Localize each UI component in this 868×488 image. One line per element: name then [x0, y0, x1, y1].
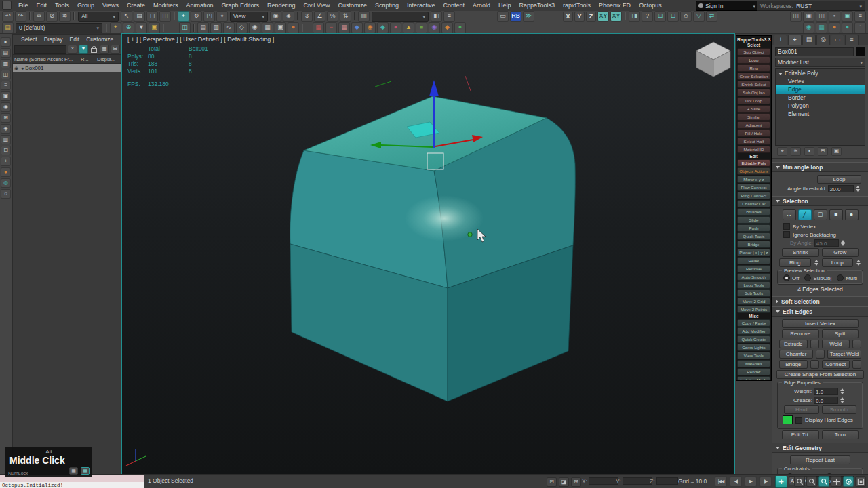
selection-lock-toggle-icon[interactable]: ◪ [559, 477, 569, 487]
remove-button[interactable]: Remove [782, 329, 819, 338]
column-header[interactable]: Displa... [96, 56, 121, 62]
border-icon[interactable]: ▢ [814, 209, 827, 220]
rappatools-material-id-button[interactable]: Material ID [737, 146, 770, 153]
isolate-selection-toggle-icon[interactable]: ⊡ [547, 477, 557, 487]
explorer-menu-customize[interactable]: Customize [83, 36, 116, 43]
stack-item-border[interactable]: Border [776, 94, 865, 102]
zoom-icon[interactable] [794, 476, 805, 487]
window-layout-3-icon[interactable]: ◫ [816, 11, 827, 22]
rappatools-quick-tools-button[interactable]: Quick Tools [737, 232, 770, 240]
toggle-ribbon-icon[interactable]: ▭ [497, 11, 509, 22]
rappatools-fill-hole-button[interactable]: Fill / Hole [737, 129, 770, 137]
rappatools-shrink-select-button[interactable]: Shrink Select [737, 81, 770, 88]
display-hard-edges-checkbox[interactable]: Display Hard Edges [781, 415, 859, 424]
menu-tools[interactable]: Tools [51, 0, 73, 11]
modify-tab[interactable]: ⌖ [788, 35, 802, 45]
create-tab[interactable]: + [774, 35, 787, 45]
column-header[interactable]: R... [79, 56, 96, 62]
bind-to-space-warp-icon[interactable]: ≋ [59, 11, 71, 22]
explorer-menu-display[interactable]: Display [41, 36, 66, 43]
add-key-button[interactable]: + [775, 476, 787, 488]
left-tool-gem-icon[interactable]: ◈ [1, 124, 11, 134]
menu-rendering[interactable]: Rendering [263, 0, 300, 11]
split-button[interactable]: Split [822, 329, 859, 338]
left-tool-split-icon[interactable]: ◫ [1, 70, 11, 79]
left-tool-target-icon[interactable]: ⊡ [1, 146, 11, 155]
element-icon[interactable]: ● [845, 209, 859, 220]
macro-plus1-icon[interactable]: ⊞ [654, 11, 666, 22]
show-end-result-icon[interactable]: ≋ [791, 147, 801, 156]
rollout-header-edit-geometry[interactable]: Edit Geometry [772, 443, 868, 453]
explorer-menu-edit[interactable]: Edit [67, 36, 83, 43]
macro-green-square-icon[interactable]: ■ [416, 22, 427, 33]
clear-search-icon[interactable]: × [68, 45, 77, 54]
rappatools-push-button[interactable]: Push [737, 224, 770, 232]
grow-button[interactable]: Grow [822, 248, 859, 257]
preview-subobj-radio[interactable]: SubObj [804, 274, 831, 281]
menu-octopus[interactable]: Octopus [635, 0, 666, 11]
overlay-settings-icon[interactable]: ▦ [69, 467, 78, 475]
rappatools-editable-poly-button[interactable]: Editable Poly [737, 159, 770, 167]
loop-button[interactable]: Loop [817, 175, 861, 184]
macro-green-ball-icon[interactable]: ● [454, 22, 466, 33]
connect-settings-button[interactable] [852, 360, 861, 369]
rappatools-chamfer-op-button[interactable]: Chamfer OP [737, 200, 770, 207]
weld-button[interactable]: Weld [822, 340, 850, 348]
menu-content[interactable]: Content [439, 0, 469, 11]
menu-interactive[interactable]: Interactive [403, 0, 439, 11]
repeat-last-button[interactable]: Repeat Last [790, 455, 850, 464]
weld-settings-button[interactable] [852, 340, 861, 348]
rollout-header-min-angle-loop[interactable]: Min angle loop [772, 162, 868, 172]
macro-swap-icon[interactable]: ⇄ [706, 11, 717, 22]
macro-orange-diamond-icon[interactable]: ◆ [441, 22, 453, 33]
box-object[interactable] [290, 96, 576, 401]
scene-explorer-body[interactable] [12, 72, 122, 474]
select-and-link-icon[interactable]: ∞ [33, 11, 45, 22]
rappatools-sub-object-button[interactable]: Sub Object [737, 48, 770, 56]
preview-multi-radio[interactable]: Multi [837, 274, 857, 281]
use-pivot-point-icon[interactable]: ◉ [270, 11, 281, 22]
window-layout-1-icon[interactable]: ◫ [790, 11, 802, 22]
window-layout-5-icon[interactable]: ▣ [842, 11, 853, 22]
create-new-layer-icon[interactable]: + [110, 22, 121, 33]
bridge-settings-button[interactable] [810, 360, 819, 369]
menu-create[interactable]: Create [123, 0, 149, 11]
lock-icon[interactable] [91, 48, 97, 53]
rappatools-adjacent-button[interactable]: Adjacent [737, 121, 770, 129]
pin-stack-icon[interactable]: ⌖ [777, 147, 787, 156]
rappatools-mirror-x-y-z-button[interactable]: Mirror x y z [737, 176, 770, 183]
menu-help[interactable]: Help [494, 0, 515, 11]
menu-rapidtools[interactable]: rapidTools [559, 0, 595, 11]
zoom-extents-icon[interactable] [818, 476, 829, 487]
edit-tri-button[interactable]: Edit Tri. [782, 430, 819, 439]
rappatools-flow-connect-button[interactable]: Flow Connect [737, 184, 770, 191]
column-header[interactable]: Fr... [63, 56, 79, 62]
rappatools--save-button[interactable]: + Save [737, 105, 770, 113]
viewport[interactable]: [ + ] [ Perspective ] [ User Defined ] [… [122, 34, 734, 474]
rappatools-remove-button[interactable]: Remove [737, 265, 770, 272]
axis-xy-alt-button[interactable]: XY [610, 11, 622, 22]
ring-button[interactable]: Ring [779, 258, 811, 267]
hierarchy-tab[interactable]: ▤ [802, 35, 816, 45]
remove-modifier-icon[interactable]: ⊟ [818, 147, 828, 156]
window-layout-4-icon[interactable]: ▫ [829, 11, 840, 22]
left-tool-rows-icon[interactable]: ▥ [1, 135, 11, 144]
connect-button[interactable]: Connect [822, 360, 850, 369]
toolbar-overflow-icon[interactable]: ≫ [523, 11, 534, 22]
rappatools-move-2-points-button[interactable]: Move 2 Points [737, 306, 770, 313]
go-to-start-button[interactable]: |◀◀ [715, 476, 727, 487]
scene-explorer-icon[interactable]: ▤ [197, 22, 209, 33]
spinner-control[interactable] [814, 260, 819, 266]
macro-grid-icon[interactable]: ◨ [629, 11, 640, 22]
rectangular-selection-icon[interactable]: ◻ [146, 11, 158, 22]
object-color-swatch[interactable] [856, 47, 865, 56]
rappatools-cams-lights-button[interactable]: Cams Lights [737, 344, 770, 351]
object-name-field[interactable]: Box001 [775, 47, 854, 56]
eye-icon[interactable]: ◉ [13, 66, 20, 71]
angle-snap-icon[interactable]: ∠ [314, 11, 326, 22]
rollout-header-soft-selection[interactable]: Soft Selection [772, 296, 868, 306]
pan-icon[interactable] [831, 476, 842, 487]
named-selection-set-field[interactable] [372, 12, 429, 22]
menu-scripting[interactable]: Scripting [371, 0, 403, 11]
left-tool-panel-icon[interactable]: ▤ [1, 48, 11, 58]
